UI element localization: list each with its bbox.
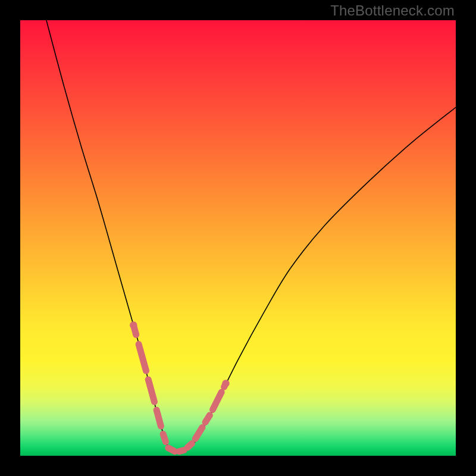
watermark-text: TheBottleneck.com	[330, 2, 455, 19]
highlight-segment	[163, 434, 165, 441]
highlight-segment	[156, 410, 161, 426]
bottleneck-curve-path	[46, 20, 456, 453]
curve-svg	[20, 20, 456, 456]
highlight-segment	[195, 427, 202, 439]
highlight-segment	[179, 450, 184, 451]
highlight-end-dot	[130, 321, 137, 328]
highlight-overlay	[130, 321, 230, 451]
highlight-end-dot	[222, 380, 229, 387]
highlight-segment	[168, 448, 175, 452]
highlight-segment	[205, 415, 209, 422]
plot-area	[20, 20, 456, 456]
highlight-segment	[213, 392, 222, 409]
highlight-segment	[148, 380, 154, 402]
highlight-segment	[187, 444, 192, 448]
highlight-segment	[139, 345, 146, 371]
chart-frame: TheBottleneck.com	[0, 0, 476, 476]
